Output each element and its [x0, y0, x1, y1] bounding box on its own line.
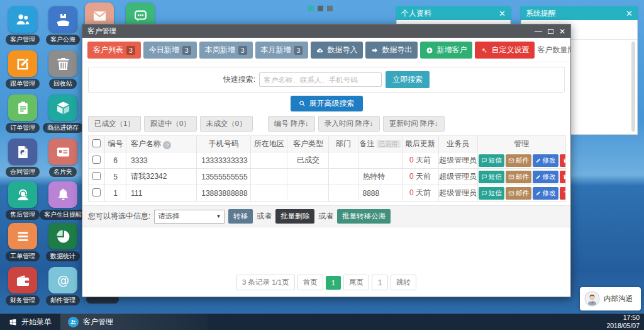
edit-button[interactable]: 修改 [533, 154, 558, 167]
sms-button[interactable]: 短信 [479, 187, 504, 200]
transfer-button[interactable]: 转移 [228, 209, 253, 224]
sms-button[interactable]: 短信 [479, 154, 504, 167]
bulk-transfer-pool-button[interactable]: 批量转移公海 [337, 209, 391, 224]
desktop-icon-label: 回收站 [49, 79, 77, 89]
desktop-icon-finance-management[interactable]: 财务管理 [3, 267, 42, 305]
desktop-icon-mail-management[interactable]: @ 邮件管理 [43, 267, 82, 305]
taskbar-clock[interactable]: 17:50 2018/05/07 [606, 314, 644, 329]
first-page-button[interactable]: 首页 [297, 275, 323, 290]
window-titlebar[interactable]: 客户管理 — ✕ [82, 25, 570, 38]
desktop-icon-contract-management[interactable]: 合同管理 [3, 139, 42, 177]
desktop-icon-order-followup[interactable]: 跟单管理 [3, 50, 42, 89]
select-all-checkbox[interactable] [92, 139, 101, 147]
add-customer-button[interactable]: 新增客户 [420, 42, 472, 59]
desktop-icon-statistics[interactable]: 数据统计 [43, 223, 82, 261]
last-page-button[interactable]: 尾页 [343, 275, 369, 290]
desktop-icon-birthday-reminder[interactable]: 客户生日提醒 [43, 181, 82, 220]
email-button[interactable]: 邮件 [506, 187, 531, 200]
desktop-icon-label: 名片夹 [49, 167, 77, 177]
delete-button[interactable]: 删除 [560, 171, 566, 183]
filter-not-closed[interactable]: 未成交（0） [200, 116, 253, 132]
profile-panel-title: 个人资料 [401, 8, 431, 19]
filter-in-progress[interactable]: 跟进中（0） [144, 116, 197, 132]
pencil-icon [535, 190, 541, 196]
customer-table: 编号 客户名称? 手机号码 所在地区 客户类型 部门 备注已启用 最后更新 业务… [88, 135, 565, 202]
idcard-icon [48, 139, 77, 165]
desktop-icon-customer-pool[interactable]: 客户公海 [43, 6, 82, 45]
sort-by-updated[interactable]: 更新时间 降序↓ [383, 116, 445, 132]
delete-button[interactable]: 删除 [560, 187, 566, 200]
or-label: 或者 [318, 211, 333, 222]
edit-button[interactable]: 修改 [533, 171, 558, 183]
bulk-delete-button[interactable]: 批量删除 [275, 209, 314, 224]
internal-chat-widget[interactable]: 内部沟通 [580, 287, 641, 310]
cell-name[interactable]: 请我32342 [126, 169, 197, 185]
sort-by-id[interactable]: 编号 降序↓ [268, 116, 315, 132]
row-checkbox[interactable] [92, 172, 101, 180]
cell-name[interactable]: 3333 [126, 152, 197, 169]
table-row: 6 3333 13333333333 已成交 0 天前 超级管理员 短信邮件修改… [89, 152, 566, 169]
advanced-search-button[interactable]: 展开高级搜索 [291, 96, 363, 111]
cell-agent: 超级管理员 [438, 169, 477, 185]
pie-icon [48, 223, 77, 249]
tab-customer-list[interactable]: 客户列表 3 [87, 42, 141, 59]
custom-settings-button[interactable]: 自定义设置 [475, 42, 535, 59]
scrollbar[interactable] [631, 42, 635, 132]
cell-actions: 短信邮件修改删除 [477, 169, 565, 185]
desktop-icon-business-cards[interactable]: 名片夹 [43, 139, 82, 177]
edit-button[interactable]: 修改 [533, 187, 558, 200]
svg-text:@: @ [57, 273, 69, 287]
cell-remark: 8888 [358, 185, 402, 202]
row-checkbox[interactable] [92, 188, 101, 196]
speech-bubble-icon [481, 157, 487, 164]
desktop-icon-recycle-bin[interactable]: 回收站 [43, 50, 82, 89]
users-icon [68, 317, 79, 327]
desktop-icon-label: 邮件管理 [46, 295, 80, 305]
delete-button[interactable]: 删除 [560, 154, 566, 167]
wallet-icon [8, 267, 37, 293]
sms-button[interactable]: 短信 [479, 171, 504, 183]
tab-new-this-week[interactable]: 本周新增 3 [199, 42, 253, 59]
contract-icon [8, 139, 37, 165]
help-icon[interactable]: ? [163, 141, 171, 149]
desktop-icon-inventory[interactable]: 商品进销存 [43, 94, 82, 133]
page-jump-input[interactable] [372, 275, 388, 290]
maximize-icon[interactable] [548, 29, 553, 34]
desktop-icon-label: 客户生日提醒 [40, 210, 86, 220]
cell-name[interactable]: 111 [126, 185, 197, 202]
close-icon[interactable]: ✕ [559, 28, 565, 35]
trash-icon [562, 174, 566, 180]
desktop-icon-customer-management[interactable]: 客户管理 [3, 6, 42, 45]
cell-phone: 13883888888 [197, 185, 251, 202]
close-icon[interactable]: ✕ [626, 9, 633, 18]
current-page-button[interactable]: 1 [326, 276, 341, 290]
cell-phone: 13555555555 [197, 169, 251, 185]
support-icon [8, 181, 37, 208]
desktop-icon-workorder-management[interactable]: 工单管理 [3, 223, 42, 261]
desktop-icon-label: 商品进销存 [43, 123, 83, 133]
search-icon [299, 100, 306, 107]
minimize-icon[interactable]: — [535, 28, 542, 35]
filter-closed[interactable]: 已成交（1） [88, 116, 141, 132]
cell-remark [358, 152, 402, 169]
sort-by-created[interactable]: 录入时间 降序↓ [318, 116, 380, 132]
row-checkbox[interactable] [92, 156, 101, 164]
jump-button[interactable]: 跳转 [391, 275, 416, 290]
close-icon[interactable]: ✕ [499, 9, 506, 18]
desktop-icon-aftersales-management[interactable]: 售后管理 [3, 181, 42, 220]
taskbar-task-customer-management[interactable]: 客户管理 [60, 314, 208, 330]
search-input[interactable] [259, 72, 382, 87]
export-data-button[interactable]: 数据导出 [365, 42, 418, 59]
email-button[interactable]: 邮件 [506, 154, 531, 167]
search-button[interactable]: 立即搜索 [386, 71, 430, 88]
desktop-icon-order-management[interactable]: 订单管理 [3, 94, 42, 133]
desktop-icon-label: 财务管理 [6, 295, 40, 305]
batch-select[interactable]: 请选择 ▼ [154, 210, 225, 224]
tab-new-today[interactable]: 今日新增 3 [143, 42, 197, 59]
plus-circle-icon [426, 47, 433, 54]
tab-new-this-month[interactable]: 本月新增 3 [255, 42, 309, 59]
email-button[interactable]: 邮件 [506, 171, 531, 183]
start-menu-button[interactable]: 开始菜单 [0, 314, 60, 330]
import-data-button[interactable]: 数据导入 [311, 42, 363, 59]
pagination: 3 条记录 1/1页 首页 1 尾页 跳转 [82, 271, 570, 297]
